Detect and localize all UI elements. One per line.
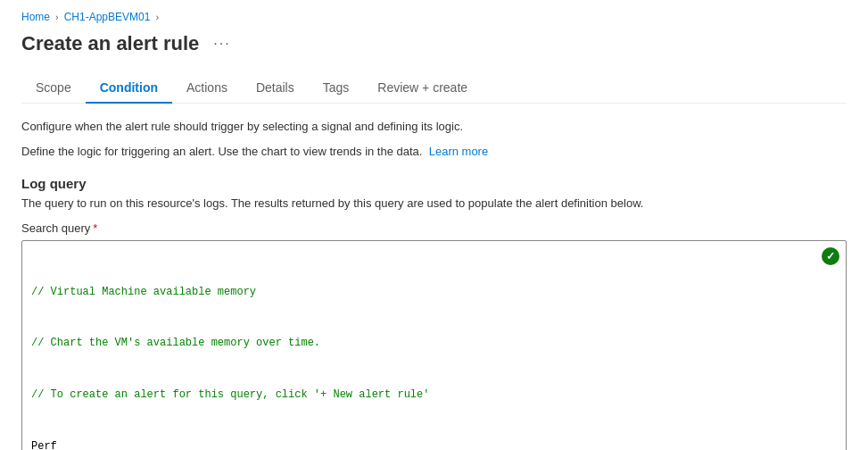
tab-details[interactable]: Details <box>242 73 309 104</box>
tab-tags[interactable]: Tags <box>309 73 364 104</box>
tab-scope[interactable]: Scope <box>21 73 86 104</box>
learn-more-link[interactable]: Learn more <box>429 145 488 158</box>
page-title-row: Create an alert rule ··· <box>21 32 847 55</box>
code-line-4: Perf <box>31 438 814 450</box>
query-success-icon: ✓ <box>822 247 839 265</box>
required-indicator: * <box>93 221 97 235</box>
breadcrumb-home[interactable]: Home <box>21 11 50 23</box>
code-line-2: // Chart the VM's available memory over … <box>31 335 814 352</box>
tab-condition[interactable]: Condition <box>86 73 172 104</box>
log-query-desc: The query to run on this resource's logs… <box>21 195 847 212</box>
query-container: // Virtual Machine available memory // C… <box>21 240 847 451</box>
ellipsis-button[interactable]: ··· <box>208 34 236 54</box>
breadcrumb-sep-1: › <box>55 12 59 22</box>
tab-actions[interactable]: Actions <box>172 73 242 104</box>
breadcrumb: Home › CH1-AppBEVM01 › <box>21 11 847 23</box>
breadcrumb-resource[interactable]: CH1-AppBEVM01 <box>64 11 151 23</box>
description-line2-prefix: Define the logic for triggering an alert… <box>21 145 422 158</box>
tab-review-create[interactable]: Review + create <box>363 73 482 104</box>
code-line-1: // Virtual Machine available memory <box>31 284 814 301</box>
page-title: Create an alert rule <box>21 32 199 55</box>
code-editor[interactable]: // Virtual Machine available memory // C… <box>21 240 847 451</box>
page-container: Home › CH1-AppBEVM01 › Create an alert r… <box>0 0 868 450</box>
search-query-label: Search query* <box>21 221 847 235</box>
code-line-3: // To create an alert for this query, cl… <box>31 387 814 404</box>
log-query-title: Log query <box>21 176 847 191</box>
description-line-1: Configure when the alert rule should tri… <box>21 118 847 136</box>
breadcrumb-sep-2: › <box>155 12 159 22</box>
tabs-bar: Scope Condition Actions Details Tags Rev… <box>21 73 847 104</box>
log-query-section: Log query The query to run on this resou… <box>21 176 847 450</box>
description-line-2: Define the logic for triggering an alert… <box>21 143 847 161</box>
